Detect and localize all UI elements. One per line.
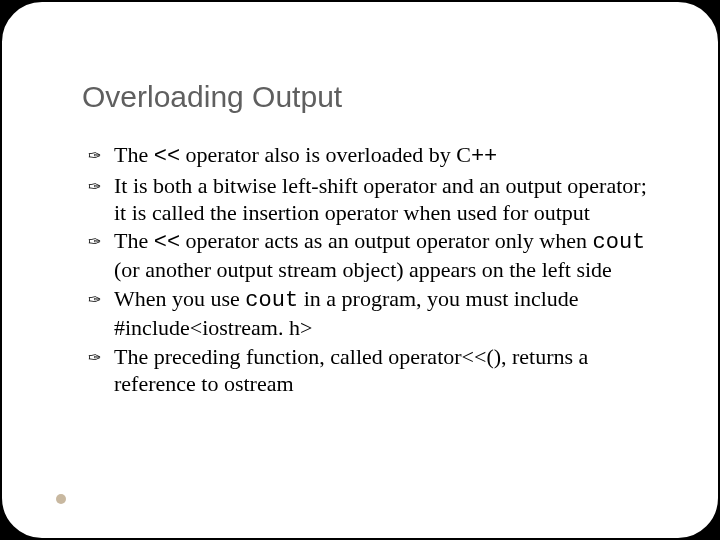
text: operator acts as an output operator only… [180,228,592,253]
text: operator also is overloaded by C [180,142,471,167]
text: The [114,142,154,167]
code: cout [245,288,298,313]
text: The preceding function, called operator<… [114,344,588,396]
list-item: It is both a bitwise left-shift operator… [88,173,648,227]
text: The [114,228,154,253]
text: (or another output stream object) appear… [114,257,612,282]
text: It is both a bitwise left-shift operator… [114,173,647,225]
list-item: The << operator also is overloaded by C+… [88,142,648,171]
code: << [154,230,180,255]
code: ++ [471,144,497,169]
code: cout [592,230,645,255]
decorative-dot-icon [56,494,66,504]
code: << [154,144,180,169]
slide-frame: Overloading Output The << operator also … [0,0,720,540]
bullet-list: The << operator also is overloaded by C+… [88,142,648,397]
list-item: The << operator acts as an output operat… [88,228,648,284]
list-item: When you use cout in a program, you must… [88,286,648,342]
list-item: The preceding function, called operator<… [88,344,648,398]
slide-title: Overloading Output [82,80,658,114]
text: When you use [114,286,245,311]
